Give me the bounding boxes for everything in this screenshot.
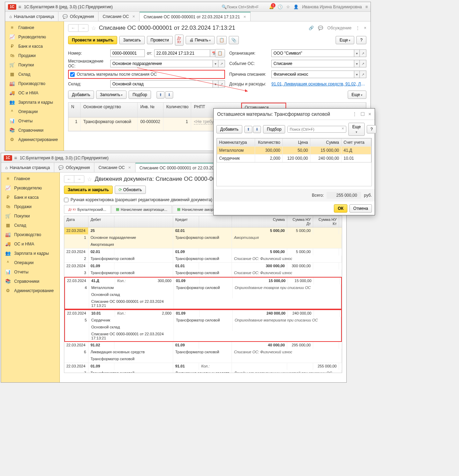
fill-button[interactable]: Заполнить <box>96 91 127 99</box>
sidebar-item[interactable]: 🏭Производство <box>5 79 64 88</box>
sidebar-item[interactable]: 📊Отчеты <box>5 116 64 125</box>
search-input[interactable] <box>288 126 339 132</box>
table-row[interactable]: Сердечник2,000120 000,00240 000,0010.01 <box>217 154 371 162</box>
sidebar-item[interactable]: 🛍Продажи <box>5 51 64 60</box>
discuss-link[interactable]: Обсуждение <box>327 26 352 30</box>
back-icon[interactable]: ← <box>64 176 74 183</box>
add-button[interactable]: Добавить <box>68 91 94 99</box>
search-input[interactable] <box>227 5 265 9</box>
down-icon[interactable]: ⬇ <box>165 91 173 99</box>
forward-icon[interactable]: → <box>74 176 84 183</box>
dropdown-icon[interactable]: ▾ <box>213 60 218 67</box>
nav-arrows[interactable]: ←→ <box>64 175 84 183</box>
open-icon[interactable]: ↗ <box>360 60 366 67</box>
dropdown-icon[interactable]: ▾ <box>354 71 360 78</box>
dialog-search[interactable]: × <box>287 126 346 133</box>
movement-row[interactable]: 22.03.2024 91.02 01.09 40 000,00 295 000… <box>64 342 342 363</box>
loc-input[interactable] <box>110 60 213 67</box>
sidebar-item[interactable]: 📊Отчеты <box>1 267 59 277</box>
sidebar-item[interactable]: 👥Зарплата и кадры <box>5 97 64 107</box>
movement-row[interactable]: 22.03.2024 01.09 91.01 Кол.: 255 000,00 … <box>64 363 342 373</box>
sidebar-item[interactable]: 🚚ОС и НМА <box>1 239 59 249</box>
sidebar-item[interactable]: ≡Главное <box>1 174 59 183</box>
open-icon[interactable]: ↗ <box>360 49 366 57</box>
mov-tab-amort1[interactable]: ▦Начисление амортизаци... <box>111 205 172 213</box>
col-qty[interactable]: Количество <box>163 103 191 117</box>
sidebar-item[interactable]: 📈Руководителю <box>1 183 59 193</box>
save-button[interactable]: Записать <box>119 36 144 44</box>
print-button[interactable]: 🖨 Печать <box>186 36 215 44</box>
tab-writeoff[interactable]: Списание ОС× <box>94 163 135 172</box>
user-name[interactable]: Иванова Ирина Владимировна <box>302 4 362 9</box>
event-input[interactable] <box>271 60 354 67</box>
dropdown-icon[interactable]: ▾ <box>354 60 360 67</box>
col-inv[interactable]: Инв. № <box>138 103 163 117</box>
select-button[interactable]: Подбор <box>129 91 151 99</box>
mov-tab-accounting[interactable]: Дт КтБухгалтерский... <box>64 205 111 213</box>
create-based-icon[interactable]: 📋 <box>217 36 227 44</box>
materials-checkbox[interactable] <box>70 72 75 77</box>
dropdown-icon[interactable]: ≡ <box>365 4 368 9</box>
back-icon[interactable]: ← <box>68 25 78 31</box>
tab-discussions[interactable]: 💬Обсуждения <box>58 12 99 21</box>
movement-row[interactable]: 22.03.2024 01.09 01.01 300 000,00 300 00… <box>64 263 342 277</box>
income-link[interactable]: 91.01, Ликвидация основных средств, 91.0… <box>271 82 366 86</box>
tab-doc[interactable]: Списание ОС 0000-000001 от 22.03.2024 17… <box>140 12 251 21</box>
table-row[interactable]: Металлолом300,00050,0015 000,0041.Д <box>217 146 371 154</box>
ok-button[interactable]: ОК <box>334 204 347 213</box>
more-icon[interactable]: ⋮ <box>352 111 357 117</box>
sidebar-item[interactable]: 👥Зарплата и кадры <box>1 249 59 258</box>
open-icon[interactable]: ↗ <box>360 71 366 78</box>
sidebar-item[interactable]: ▦Склад <box>1 221 59 230</box>
sidebar-item[interactable]: 🚚ОС и НМА <box>5 88 64 97</box>
tab-home[interactable]: ⌂Начальная страница <box>1 163 54 172</box>
user-icon[interactable]: 👤 <box>293 4 299 9</box>
add-button[interactable]: Добавить <box>216 125 242 133</box>
sidebar-item[interactable]: ᴬОперации <box>1 258 59 267</box>
sidebar-item[interactable]: ₽Банк и касса <box>1 193 59 202</box>
nav-arrows[interactable]: ←→ <box>68 24 88 32</box>
star-icon[interactable]: ☆ <box>286 4 290 9</box>
sidebar-item[interactable]: 🛒Покупки <box>5 60 64 69</box>
bell-icon[interactable]: 🔔1 <box>269 4 274 9</box>
close-icon[interactable]: × <box>243 14 246 19</box>
favorite-icon[interactable]: ☆ <box>87 176 92 183</box>
close-icon[interactable]: × <box>128 165 131 170</box>
history-icon[interactable]: 🕓 <box>278 4 283 9</box>
unknown-icon[interactable]: 📋 <box>215 49 225 57</box>
org-input[interactable] <box>271 49 354 57</box>
post-button[interactable]: Провести <box>147 36 173 44</box>
reason-input[interactable] <box>271 71 354 78</box>
refresh-button[interactable]: ⟳ Обновить <box>115 186 146 194</box>
global-search[interactable]: 🔍 <box>222 4 265 9</box>
close-icon[interactable]: × <box>364 26 366 30</box>
sidebar-item[interactable]: ▦Склад <box>5 69 64 79</box>
open-icon[interactable]: ↗ <box>218 80 225 88</box>
materials-checkbox-row[interactable]: Остались материалы после списания ОС <box>68 70 225 79</box>
up-icon[interactable]: ⬆ <box>244 126 252 133</box>
link-icon[interactable]: 🔗 <box>309 26 314 30</box>
dropdown-icon[interactable]: ▾ <box>354 49 360 57</box>
sidebar-item[interactable]: 🛍Продажи <box>1 202 59 211</box>
more-icon[interactable]: ⋮ <box>356 26 360 30</box>
open-icon[interactable]: ↗ <box>218 60 225 67</box>
more-button[interactable]: Еще <box>348 91 366 99</box>
warehouse-input[interactable] <box>110 80 213 88</box>
help-button[interactable]: ? <box>367 125 377 133</box>
clear-icon[interactable]: × <box>339 126 346 132</box>
sidebar-item[interactable]: 📈Руководителю <box>5 32 64 41</box>
number-input[interactable] <box>110 49 145 57</box>
more-button[interactable]: Еще <box>336 36 354 44</box>
help-button[interactable]: ? <box>356 36 366 44</box>
movement-row[interactable]: 22.03.2024 25 02.01 5 000,00 5 000,00 1 … <box>64 227 342 249</box>
movement-row[interactable]: 22.03.2024 10.01 Кол.: 2,000 01.09 240 0… <box>64 309 342 342</box>
sidebar-item[interactable]: 📚Справочники <box>5 125 64 135</box>
col-n[interactable]: N <box>68 103 81 117</box>
sidebar-item[interactable]: 🏭Производство <box>1 230 59 239</box>
save-close-button[interactable]: Записать и закрыть <box>64 186 113 194</box>
col-asset[interactable]: Основное средство <box>81 103 138 117</box>
menu-icon[interactable]: ≡ <box>18 4 21 10</box>
close-icon[interactable]: × <box>132 14 135 19</box>
sidebar-item[interactable]: ⚙Администрирование <box>1 286 59 295</box>
dropdown-icon[interactable]: ▾ <box>213 80 218 88</box>
